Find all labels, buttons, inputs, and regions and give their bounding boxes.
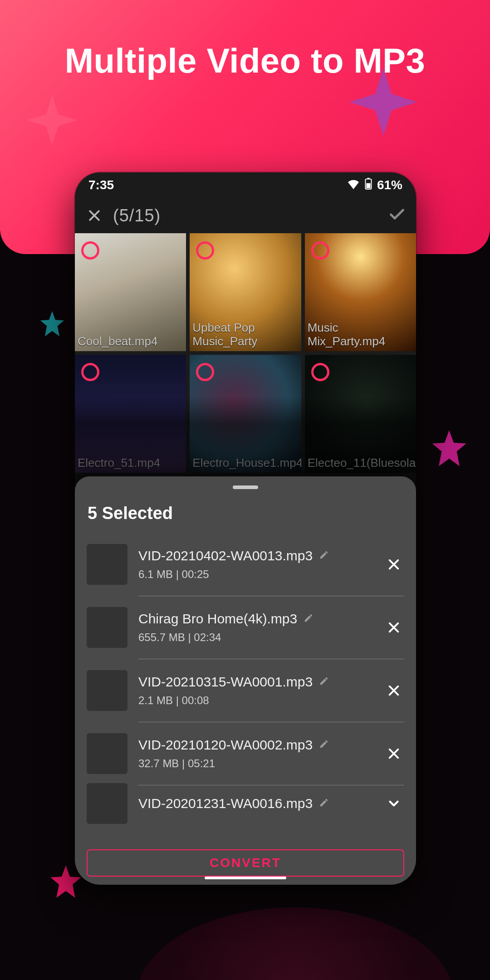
video-cell[interactable]: Electro_House1.mp4	[190, 355, 301, 473]
video-cell[interactable]: Cool_beat.mp4	[75, 233, 186, 351]
edit-icon[interactable]	[304, 613, 314, 625]
convert-button[interactable]: CONVERT	[87, 849, 404, 877]
edit-icon[interactable]	[319, 739, 329, 751]
remove-icon[interactable]	[383, 680, 404, 701]
list-item: VID-20210315-WA0001.mp3 2.1 MB | 00:08	[87, 659, 404, 722]
video-label: Electeo_11(Bluesolar).mp4	[308, 456, 413, 470]
file-name: VID-20210315-WA0001.mp3	[138, 674, 313, 690]
status-time: 7:35	[88, 178, 114, 192]
edit-icon[interactable]	[319, 550, 329, 562]
remove-icon[interactable]	[383, 554, 404, 575]
star-icon	[426, 426, 472, 474]
video-label: Music Mix_Party.mp4	[308, 321, 413, 348]
select-all-icon[interactable]	[388, 206, 406, 225]
file-meta: 2.1 MB | 00:08	[138, 694, 372, 707]
thumbnail	[87, 607, 127, 648]
status-battery: 61%	[377, 178, 402, 192]
list-item: VID-20201231-WA0016.mp3	[87, 785, 404, 822]
video-cell[interactable]: Electeo_11(Bluesolar).mp4	[305, 355, 416, 473]
thumbnail	[87, 670, 127, 711]
remove-icon[interactable]	[383, 617, 404, 638]
battery-icon	[364, 178, 372, 193]
home-indicator	[205, 877, 286, 879]
video-label: Upbeat Pop Music_Party	[192, 321, 298, 348]
file-meta: 32.7 MB | 05:21	[138, 757, 372, 770]
edit-icon[interactable]	[319, 798, 329, 809]
file-name: Chirag Bro Home(4k).mp3	[138, 611, 297, 627]
video-label: Electro_House1.mp4	[192, 456, 298, 470]
file-meta: 655.7 MB | 02:34	[138, 631, 372, 644]
video-cell[interactable]: Upbeat Pop Music_Party	[190, 233, 301, 351]
glow-oval	[136, 907, 454, 980]
phone-frame: 7:35 61% (5/15) Cool_beat.mp4	[75, 172, 416, 885]
select-ring-icon	[311, 241, 329, 260]
drag-handle[interactable]	[233, 485, 258, 489]
star-icon	[36, 309, 68, 342]
thumbnail	[87, 783, 127, 824]
selected-sheet: 5 Selected VID-20210402-WA0013.mp3 6.1 M…	[75, 476, 416, 885]
wifi-icon	[347, 178, 360, 192]
thumbnail	[87, 544, 127, 585]
file-meta: 6.1 MB | 00:25	[138, 568, 372, 581]
list-item: Chirag Bro Home(4k).mp3 655.7 MB | 02:34	[87, 596, 404, 659]
sparkle-icon	[349, 68, 417, 136]
edit-icon[interactable]	[319, 676, 329, 688]
select-ring-icon	[81, 241, 99, 260]
selected-list: VID-20210402-WA0013.mp3 6.1 MB | 00:25 C…	[87, 533, 404, 846]
thumbnail	[87, 733, 127, 774]
list-item: VID-20210120-WA0002.mp3 32.7 MB | 05:21	[87, 722, 404, 785]
select-ring-icon	[81, 363, 99, 381]
file-name: VID-20201231-WA0016.mp3	[138, 796, 313, 811]
list-item: VID-20210402-WA0013.mp3 6.1 MB | 00:25	[87, 533, 404, 596]
remove-icon[interactable]	[383, 743, 404, 764]
video-label: Cool_beat.mp4	[78, 335, 183, 348]
chevron-down-icon[interactable]	[383, 793, 404, 814]
file-name: VID-20210120-WA0002.mp3	[138, 737, 313, 753]
selection-count: (5/15)	[113, 206, 161, 225]
selection-topbar: (5/15)	[75, 198, 416, 233]
video-label: Electro_51.mp4	[78, 456, 183, 470]
select-ring-icon	[311, 363, 329, 381]
svg-rect-2	[366, 183, 370, 188]
status-bar: 7:35 61%	[75, 172, 416, 198]
svg-rect-1	[367, 178, 369, 179]
video-grid: Cool_beat.mp4 Upbeat Pop Music_Party Mus…	[75, 233, 416, 473]
sparkle-icon	[27, 95, 77, 145]
close-icon[interactable]	[85, 206, 104, 225]
video-cell[interactable]: Electro_51.mp4	[75, 355, 186, 473]
sheet-title: 5 Selected	[88, 504, 403, 523]
video-cell[interactable]: Music Mix_Party.mp4	[305, 233, 416, 351]
file-name: VID-20210402-WA0013.mp3	[138, 548, 313, 564]
